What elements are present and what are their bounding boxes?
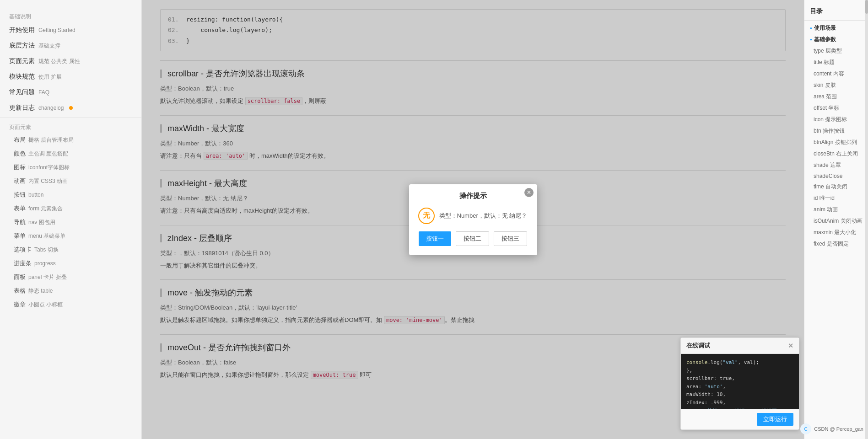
toc-title: 目录 [804,5,868,21]
sidebar-item-layout[interactable]: 布局 栅格 后台管理布局 [0,133,141,147]
toc-scrollbar[interactable] [865,0,868,439]
sidebar-sub-sub: menu 基础菜单 [28,232,65,240]
toc-item-id[interactable]: id 唯一id [804,193,868,204]
modal-button-3[interactable]: 按钮三 [494,231,527,246]
debug-code-block[interactable]: console.log("val", val); }, scrollbar: t… [681,354,799,409]
sidebar-sub-sub: Tabs 切换 [34,246,59,254]
sidebar-main-label: 开始使用 [9,26,35,34]
toc-item-skin[interactable]: skin 皮肤 [804,80,868,91]
sidebar: 基础说明 开始使用 Getting Started 底层方法 基础支撑 页面元素… [0,0,142,439]
toc-item-use-case[interactable]: ● 使用场景 [804,22,868,34]
sidebar-sub-main: 选项卡 [14,246,32,254]
sidebar-item-getting-started[interactable]: 开始使用 Getting Started [0,22,141,38]
watermark-text: CSDN @ Percep_gan [814,426,863,432]
sidebar-item-nav[interactable]: 导航 nav 图包用 [0,215,141,229]
modal-close-button[interactable]: ✕ [524,188,534,197]
toc-item-type[interactable]: type 层类型 [804,45,868,57]
toc-item-area[interactable]: area 范围 [804,91,868,102]
toc-item-maxmin[interactable]: maxmin 最大小化 [804,227,868,238]
modal-buttons: 按钮一 按钮二 按钮三 [418,231,528,246]
debug-panel: 在线调试 ✕ console.log("val", val); }, scrol… [680,337,799,430]
toc-item-content[interactable]: content 内容 [804,68,868,80]
sidebar-sub-label: 规范 公共类 属性 [38,58,80,65]
modal-box: ✕ 操作提示 无 类型：Number，默认：无 纳尼？ 按钮一 按钮二 按钮三 [409,184,537,255]
sidebar-sub-sub: 内置 CSS3 动画 [28,177,68,185]
watermark-icon: C [800,423,811,434]
sidebar-item-color[interactable]: 颜色 主色调 颜色搭配 [0,147,141,161]
sidebar-main-label: 模块规范 [9,73,35,81]
toc-item-btnalign[interactable]: btnAlign 按钮排列 [804,137,868,148]
modal-body: 无 类型：Number，默认：无 纳尼？ [418,208,528,224]
sidebar-sub-main: 按钮 [14,191,26,199]
toc-panel: 目录 ● 使用场景 ● 基础参数 type 层类型 title 标题 conte… [804,0,868,439]
sidebar-main-label: 页面元素 [9,57,35,65]
sidebar-item-panel[interactable]: 面板 panel 卡片 折叠 [0,270,141,284]
sidebar-sub-sub: iconfont字体图标 [28,164,70,171]
sidebar-sub-main: 导航 [14,218,26,226]
modal-body-text: 类型：Number，默认：无 纳尼？ [439,212,528,220]
sidebar-sub-sub: 小圆点 小标框 [28,301,63,309]
toc-item-fixed[interactable]: fixed 是否固定 [804,238,868,250]
sidebar-sub-sub: panel 卡片 折叠 [28,273,67,281]
sidebar-sub-label: changelog [38,105,64,111]
sidebar-item-animation[interactable]: 动画 内置 CSS3 动画 [0,174,141,188]
sidebar-sub-label: FAQ [38,89,49,96]
sidebar-item-button[interactable]: 按钮 button [0,188,141,202]
toc-item-offset[interactable]: offset 坐标 [804,102,868,114]
sidebar-item-page-elements[interactable]: 页面元素 规范 公共类 属性 [0,54,141,69]
sidebar-sub-sub: button [28,192,43,198]
sidebar-sub-sub: form 元素集合 [28,205,63,213]
sidebar-main-label: 更新日志 [9,104,35,112]
sidebar-sub-sub: 静态 table [28,287,53,295]
sidebar-item-base-method[interactable]: 底层方法 基础支撑 [0,38,141,54]
sidebar-sub-label: 基础支撑 [38,42,60,50]
sidebar-sub-main: 进度条 [14,259,32,268]
sidebar-item-icon[interactable]: 图标 iconfont字体图标 [0,161,141,174]
toc-bullet-icon: ● [810,26,812,30]
toc-scroll-thumb [865,0,868,14]
debug-code-line: scrollbar: true, [686,375,793,383]
sidebar-item-tabs[interactable]: 选项卡 Tabs 切换 [0,243,141,257]
sidebar-item-faq[interactable]: 常见问题 FAQ [0,85,141,100]
toc-item-basic-params[interactable]: ● 基础参数 [804,34,868,45]
modal-warning-icon: 无 [418,208,435,224]
modal-title: 操作提示 [418,192,528,200]
toc-item-time[interactable]: time 自动关闭 [804,181,868,193]
toc-item-anim[interactable]: anim 动画 [804,204,868,215]
toc-item-isanim[interactable]: isOutAnim 关闭动画 [804,215,868,227]
sidebar-sub-sub: nav 图包用 [28,219,55,226]
sidebar-item-changelog[interactable]: 更新日志 changelog [0,100,141,116]
debug-run-button[interactable]: 立即运行 [757,413,793,426]
sidebar-sub-main: 布局 [14,136,26,144]
toc-item-icon[interactable]: icon 提示图标 [804,114,868,125]
sidebar-main-label: 底层方法 [9,42,35,50]
sidebar-sub-main: 动画 [14,177,26,185]
sidebar-sub-main: 面板 [14,273,26,281]
sidebar-sub-sub: 栅格 后台管理布局 [28,136,74,144]
sidebar-section-basic: 基础说明 [0,9,141,22]
toc-item-title[interactable]: title 标题 [804,57,868,68]
sidebar-item-module-spec[interactable]: 模块规范 使用 扩展 [0,69,141,85]
changelog-badge [69,106,73,110]
sidebar-sub-main: 菜单 [14,232,26,240]
debug-code-line: btn: ['按钮一', '按钮二', '按钮三'] //可以无限个按钮 [686,407,793,409]
sidebar-item-menu[interactable]: 菜单 menu 基础菜单 [0,229,141,243]
debug-code-line: maxWidth: 10, [686,391,793,399]
toc-item-shade[interactable]: shade 遮罩 [804,160,868,171]
sidebar-sub-sub: progress [34,260,56,267]
modal-button-1[interactable]: 按钮一 [419,231,451,246]
watermark: C CSDN @ Percep_gan [800,423,863,434]
sidebar-sub-main: 图标 [14,163,26,171]
toc-item-closebtn[interactable]: closeBtn 右上关闭 [804,148,868,160]
sidebar-sub-main: 颜色 [14,150,26,158]
sidebar-item-table[interactable]: 表格 静态 table [0,284,141,298]
sidebar-item-progress[interactable]: 进度条 progress [0,257,141,270]
sidebar-sub-sub: 主色调 颜色搭配 [28,150,68,158]
modal-button-2[interactable]: 按钮二 [456,231,489,246]
debug-code-line: zIndex: -999, [686,399,793,407]
sidebar-item-form[interactable]: 表单 form 元素集合 [0,202,141,215]
sidebar-item-badge[interactable]: 徽章 小圆点 小标框 [0,298,141,311]
toc-item-shadeclose[interactable]: shadeClose [804,171,868,181]
toc-item-btn[interactable]: btn 操作按钮 [804,125,868,137]
debug-close-button[interactable]: ✕ [788,342,793,349]
